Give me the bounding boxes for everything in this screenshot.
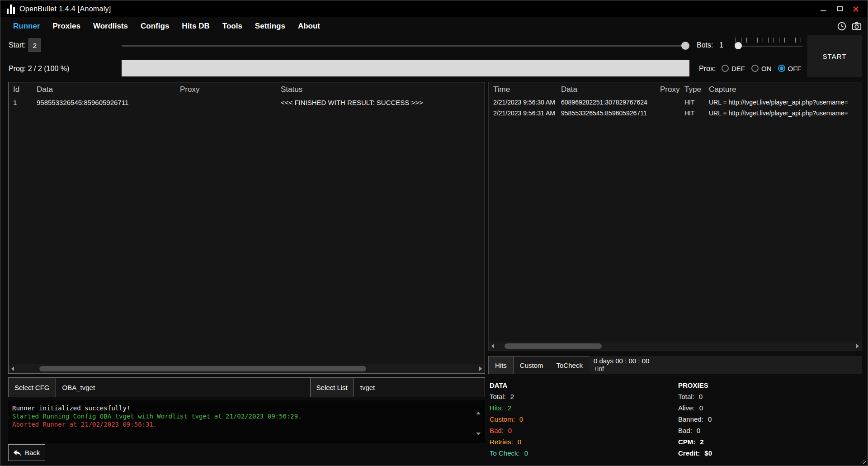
- back-label: Back: [25, 449, 40, 456]
- cell-capture: URL = http://tvget.live/player_api.php?u…: [709, 99, 862, 106]
- cell-capture: URL = http://tvget.live/player_api.php?u…: [709, 109, 862, 117]
- proxy-mode-off[interactable]: OFF: [778, 65, 802, 72]
- window-resize-grip[interactable]: [860, 458, 866, 464]
- stat-value: 0: [697, 427, 700, 434]
- log-scroll-up-arrow[interactable]: [476, 404, 481, 409]
- select-cfg-button[interactable]: Select CFG: [9, 378, 56, 397]
- back-button[interactable]: Back: [8, 444, 45, 461]
- app-window: OpenBullet 1.4.4 [Anomaly] × Runner Prox…: [0, 0, 868, 466]
- maximize-button[interactable]: [831, 2, 848, 16]
- stat-proxy-total: Total:0: [678, 391, 850, 402]
- select-list-button[interactable]: Select List: [310, 378, 354, 397]
- proxy-mode-def[interactable]: DEF: [722, 65, 745, 72]
- stat-label: Retries:: [490, 438, 513, 446]
- radio-label: ON: [761, 65, 772, 72]
- menu-item-configs[interactable]: Configs: [134, 22, 175, 31]
- timer-box: 0 days 00 : 00 : 00 +inf: [589, 356, 862, 374]
- tab-custom[interactable]: Custom: [513, 356, 550, 374]
- start-runner-button[interactable]: START: [807, 35, 862, 77]
- stat-label: Total:: [678, 393, 694, 400]
- camera-icon[interactable]: [851, 21, 862, 31]
- stat-tocheck: To Check:0: [490, 447, 670, 459]
- header-time[interactable]: Time: [489, 85, 561, 94]
- bots-slider-track[interactable]: [736, 46, 802, 47]
- scroll-right-arrow[interactable]: [854, 342, 862, 351]
- stat-value: 2: [508, 404, 511, 412]
- menu-item-settings[interactable]: Settings: [249, 22, 292, 31]
- start-input[interactable]: [28, 38, 41, 52]
- scroll-left-arrow[interactable]: [489, 342, 497, 351]
- menu-item-tools[interactable]: Tools: [216, 22, 249, 31]
- menu-item-proxies[interactable]: Proxies: [47, 22, 87, 31]
- progress-slider-track[interactable]: [122, 45, 689, 47]
- minimize-button[interactable]: [815, 2, 831, 16]
- stat-label: Bad:: [678, 427, 692, 434]
- clock-icon[interactable]: [837, 21, 847, 31]
- header-id[interactable]: Id: [9, 85, 37, 94]
- config-bar: Select CFG OBA_tvget Select List tvget: [8, 377, 485, 397]
- stat-label: To Check:: [490, 449, 520, 457]
- menu-item-about[interactable]: About: [292, 22, 326, 31]
- scroll-right-arrow[interactable]: [476, 364, 485, 373]
- log-line: Started Running Config OBA_tvget with Wo…: [12, 412, 474, 420]
- runner-log[interactable]: Runner initialized succesfully! Started …: [8, 400, 485, 443]
- cell-data: 958553326545:859605926711: [37, 99, 180, 106]
- minimize-icon: [821, 10, 826, 11]
- progress-slider-handle[interactable]: [681, 42, 689, 50]
- cell-data: 958553326545:859605926711: [561, 109, 660, 117]
- header-type[interactable]: Type: [684, 85, 709, 94]
- header-proxy[interactable]: Proxy: [180, 85, 281, 94]
- tab-hits[interactable]: Hits: [488, 356, 514, 374]
- scroll-left-arrow[interactable]: [9, 364, 17, 373]
- close-icon: ×: [853, 4, 859, 14]
- header-proxy[interactable]: Proxy: [660, 85, 684, 94]
- menu-item-wordlists[interactable]: Wordlists: [87, 22, 134, 31]
- progress-bar-fill: [122, 60, 689, 76]
- header-status[interactable]: Status: [281, 85, 485, 94]
- menu-item-hitsdb[interactable]: Hits DB: [175, 22, 216, 31]
- tab-tocheck[interactable]: ToCheck: [550, 356, 590, 374]
- scrollbar-thumb[interactable]: [505, 343, 602, 349]
- stat-label: Hits:: [490, 404, 503, 412]
- stat-value: 2: [700, 438, 703, 446]
- hits-table-header: Time Data Proxy Type Capture: [489, 82, 862, 97]
- stat-label: Bad:: [490, 427, 504, 434]
- header-capture[interactable]: Capture: [709, 85, 862, 94]
- cell-type: HIT: [684, 99, 709, 106]
- back-arrow-icon: [13, 449, 21, 456]
- stat-proxy-banned: Banned:0: [678, 414, 850, 425]
- stat-value: 2: [510, 393, 514, 400]
- cell-time: 2/21/2023 9:56:30 AM: [489, 99, 561, 106]
- title-bar: OpenBullet 1.4.4 [Anomaly] ×: [0, 0, 868, 17]
- results-table-row[interactable]: 1 958553326545:859605926711 <<< FINISHED…: [9, 97, 485, 108]
- hits-table-row[interactable]: 2/21/2023 9:56:30 AM 608969282251:307829…: [489, 97, 862, 108]
- log-scroll-down-arrow[interactable]: [476, 435, 481, 439]
- header-data[interactable]: Data: [37, 85, 180, 94]
- scrollbar-track[interactable]: [497, 342, 854, 351]
- menu-icons: [837, 21, 865, 31]
- proxy-mode-on[interactable]: ON: [751, 65, 772, 72]
- window-controls: ×: [815, 2, 864, 16]
- stat-label: Custom:: [490, 415, 515, 423]
- hits-panel: Time Data Proxy Type Capture 2/21/2023 9…: [488, 82, 862, 351]
- selected-config-name: OBA_tvget: [56, 378, 310, 397]
- selected-wordlist-name: tvget: [354, 378, 485, 397]
- stat-label: Alive:: [678, 404, 695, 412]
- bots-value: 1: [719, 41, 723, 49]
- prox-label: Prox:: [699, 65, 716, 73]
- radio-label: OFF: [788, 65, 802, 72]
- header-data[interactable]: Data: [561, 85, 660, 94]
- cell-time: 2/21/2023 9:56:31 AM: [489, 109, 561, 117]
- menu-item-runner[interactable]: Runner: [7, 22, 47, 31]
- stat-value: 0: [708, 415, 712, 423]
- stat-credit: Credit:$0: [678, 447, 850, 459]
- progress-bar: [122, 60, 689, 76]
- results-panel: Id Data Proxy Status 1 958553326545:8596…: [8, 82, 485, 374]
- stat-total: Total:2: [490, 391, 670, 402]
- bots-slider-handle[interactable]: [735, 42, 742, 49]
- scrollbar-track[interactable]: [17, 364, 476, 373]
- hits-table-row[interactable]: 2/21/2023 9:56:31 AM 958553326545:859605…: [489, 108, 862, 119]
- scrollbar-thumb[interactable]: [39, 366, 366, 371]
- close-button[interactable]: ×: [848, 2, 864, 16]
- radio-dot: [780, 67, 783, 70]
